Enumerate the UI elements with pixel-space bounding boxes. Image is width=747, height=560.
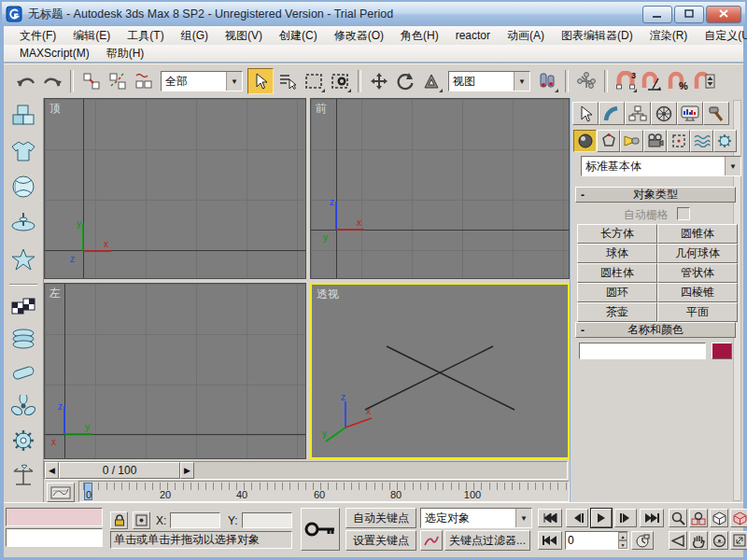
select-and-rotate-icon[interactable] [393, 69, 417, 93]
key-mode-toggle-button[interactable] [538, 531, 562, 550]
subtab-systems[interactable] [713, 130, 737, 152]
button-cone[interactable]: 圆锥体 [657, 224, 738, 244]
zoom-extents-all-icon[interactable] [730, 509, 747, 527]
menu-graph-editors[interactable]: 图表编辑器(D) [553, 28, 641, 44]
unlink-selection-icon[interactable] [106, 69, 130, 93]
time-slider[interactable]: ◀ 0 / 100 ▶ [44, 461, 568, 480]
maxscript-mini-listener[interactable] [6, 528, 103, 547]
set-keys-button[interactable] [301, 508, 340, 551]
viewport-front-label[interactable]: 前 [316, 101, 327, 117]
min-max-toggle-icon[interactable] [730, 531, 747, 550]
cubes-primitive-icon[interactable] [10, 104, 36, 131]
time-slider-handle[interactable]: 0 / 100 [59, 462, 180, 479]
select-and-move-icon[interactable] [367, 69, 391, 93]
coil-spring-icon[interactable] [10, 328, 36, 353]
viewport-top[interactable]: 顶 y x z [44, 98, 306, 279]
primitive-category-dropdown[interactable]: 标准基本体 ▼ [581, 156, 741, 176]
menu-tools[interactable]: 工具(T) [119, 28, 172, 44]
star-icon[interactable] [10, 247, 36, 274]
open-mini-curve-editor-button[interactable] [47, 483, 75, 502]
track-bar-ruler[interactable]: 0 20 40 60 80 100 [78, 481, 570, 502]
tab-modify[interactable] [599, 102, 625, 125]
button-torus[interactable]: 圆环 [577, 283, 657, 302]
menu-rendering[interactable]: 渲染(R) [641, 28, 697, 44]
viewport-perspective[interactable]: 透视 z x y [310, 283, 570, 459]
redo-icon[interactable] [40, 69, 64, 93]
menu-group[interactable]: 组(G) [173, 28, 217, 44]
object-name-field[interactable] [579, 343, 706, 359]
checker-boxes-icon[interactable] [10, 295, 36, 318]
tab-create[interactable] [572, 102, 599, 125]
viewport-perspective-label[interactable]: 透视 [317, 287, 339, 302]
menu-animation[interactable]: 动画(A) [499, 28, 553, 44]
play-animation-button[interactable] [591, 509, 612, 527]
rollout-name-color-header[interactable]: - 名称和颜色 [575, 322, 736, 338]
time-slider-next-button[interactable]: ▶ [180, 462, 194, 479]
use-pivot-point-center-icon[interactable] [535, 69, 559, 93]
menu-character[interactable]: 角色(H) [392, 28, 447, 44]
subtab-space-warps[interactable] [690, 130, 713, 152]
percent-snap-toggle-icon[interactable]: % [666, 69, 690, 93]
menu-create[interactable]: 创建(C) [271, 28, 326, 44]
x-coordinate-field[interactable] [170, 512, 220, 528]
absolute-offset-mode-toggle[interactable] [133, 511, 150, 529]
listener-input[interactable] [7, 529, 102, 546]
zoom-extents-icon[interactable] [710, 509, 728, 527]
y-coordinate-field[interactable] [242, 512, 292, 528]
tab-utilities[interactable] [703, 102, 729, 125]
cloth-shirt-icon[interactable] [10, 140, 36, 165]
menu-help[interactable]: 帮助(H) [98, 46, 153, 62]
menu-maxscript[interactable]: MAXScript(M) [11, 47, 98, 60]
viewport-top-label[interactable]: 顶 [49, 101, 61, 117]
menu-views[interactable]: 视图(V) [217, 28, 271, 44]
current-frame-input[interactable] [566, 532, 613, 549]
time-configuration-button[interactable] [631, 531, 654, 550]
autogrid-checkbox[interactable] [677, 207, 690, 220]
select-by-name-icon[interactable] [275, 69, 300, 93]
field-of-view-icon[interactable] [669, 531, 687, 550]
button-plane[interactable]: 平面 [657, 302, 738, 322]
previous-frame-button[interactable] [566, 509, 588, 527]
zoom-tool-icon[interactable] [669, 509, 687, 527]
macro-recorder-field[interactable] [6, 508, 103, 526]
button-tube[interactable]: 管状体 [657, 263, 738, 283]
go-to-end-button[interactable] [640, 509, 664, 527]
ball-icon[interactable] [11, 175, 35, 202]
key-selection-dropdown[interactable]: 选定对象 ▼ [420, 508, 532, 528]
next-frame-button[interactable] [614, 509, 637, 527]
button-sphere[interactable]: 球体 [577, 244, 657, 263]
maximize-button[interactable] [674, 6, 704, 23]
frame-spinner[interactable]: ▲▼ [618, 532, 627, 549]
reference-coordinate-system-dropdown[interactable]: 视图 ▼ [448, 71, 530, 91]
menu-customize[interactable]: 自定义(U) [696, 28, 747, 44]
snaps-toggle-icon[interactable]: 3 [613, 69, 638, 93]
subtab-helpers[interactable] [667, 130, 690, 152]
go-to-start-button[interactable] [538, 509, 562, 527]
rectangular-selection-region-icon[interactable] [302, 69, 326, 93]
zoom-all-icon[interactable] [689, 509, 708, 527]
fan-blades-icon[interactable] [10, 395, 36, 420]
x-coordinate-input[interactable] [171, 513, 219, 527]
button-teapot[interactable]: 茶壶 [577, 302, 657, 322]
undo-icon[interactable] [14, 69, 38, 93]
select-object-button[interactable] [247, 68, 274, 94]
subtab-cameras[interactable] [643, 130, 667, 152]
button-geosphere[interactable]: 几何球体 [657, 244, 738, 263]
button-cylinder[interactable]: 圆柱体 [577, 263, 657, 283]
time-slider-prev-button[interactable]: ◀ [45, 462, 59, 479]
menu-reactor[interactable]: reactor [447, 29, 499, 42]
viewport-left-label[interactable]: 左 [49, 286, 61, 301]
select-and-manipulate-icon[interactable] [574, 69, 599, 93]
default-in-out-tangent-icon[interactable] [420, 530, 443, 551]
subtab-geometry[interactable] [573, 130, 597, 152]
tab-hierarchy[interactable] [625, 102, 651, 125]
window-crossing-selection-icon[interactable] [328, 69, 352, 93]
button-pyramid[interactable]: 四棱锥 [657, 283, 738, 302]
menu-file[interactable]: 文件(F) [11, 28, 64, 44]
arc-rotate-icon[interactable] [710, 531, 728, 550]
rollout-object-type-header[interactable]: - 对象类型 [575, 187, 736, 203]
close-button[interactable] [706, 6, 741, 23]
selection-lock-toggle[interactable] [110, 511, 128, 529]
viewport-left[interactable]: 左 z y x [44, 283, 306, 459]
weathervane-icon[interactable] [10, 464, 36, 489]
